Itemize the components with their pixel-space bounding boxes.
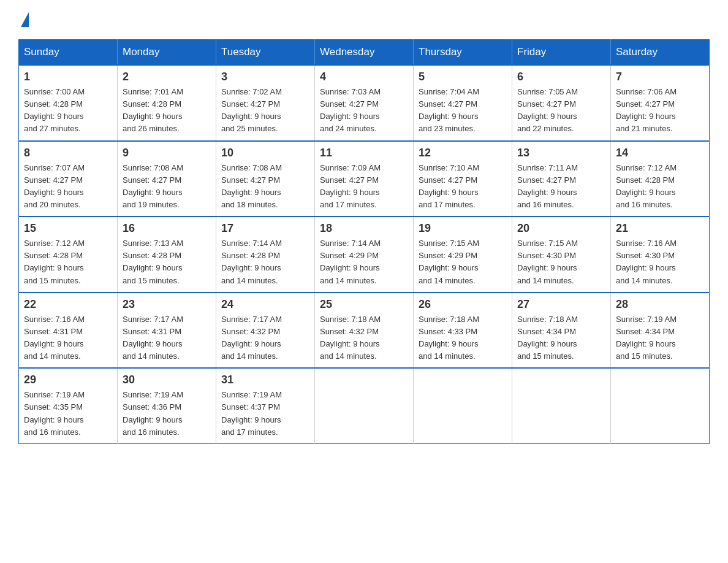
day-info: Sunrise: 7:19 AMSunset: 4:36 PMDaylight:… — [123, 389, 211, 439]
calendar-day-header: Tuesday — [216, 40, 315, 66]
day-number: 25 — [320, 298, 408, 311]
day-number: 7 — [616, 71, 704, 83]
calendar-day-cell: 16 Sunrise: 7:13 AMSunset: 4:28 PMDaylig… — [118, 216, 216, 293]
calendar-day-header: Sunday — [19, 40, 118, 66]
day-number: 20 — [517, 222, 605, 235]
calendar-day-cell: 21 Sunrise: 7:16 AMSunset: 4:30 PMDaylig… — [611, 216, 710, 293]
day-info: Sunrise: 7:06 AMSunset: 4:27 PMDaylight:… — [616, 86, 704, 136]
calendar-day-cell: 19 Sunrise: 7:15 AMSunset: 4:29 PMDaylig… — [414, 216, 512, 293]
day-number: 10 — [221, 147, 309, 159]
day-number: 3 — [221, 71, 309, 83]
calendar-day-cell: 3 Sunrise: 7:02 AMSunset: 4:27 PMDayligh… — [216, 65, 315, 141]
day-info: Sunrise: 7:17 AMSunset: 4:31 PMDaylight:… — [123, 313, 211, 363]
day-number: 18 — [320, 222, 408, 235]
day-number: 1 — [24, 71, 112, 83]
day-info: Sunrise: 7:12 AMSunset: 4:28 PMDaylight:… — [24, 237, 112, 287]
day-info: Sunrise: 7:08 AMSunset: 4:27 PMDaylight:… — [123, 162, 211, 212]
calendar-day-header: Thursday — [414, 40, 512, 66]
calendar-day-cell: 13 Sunrise: 7:11 AMSunset: 4:27 PMDaylig… — [512, 141, 611, 217]
day-number: 14 — [616, 147, 704, 159]
day-info: Sunrise: 7:18 AMSunset: 4:34 PMDaylight:… — [517, 313, 605, 363]
day-info: Sunrise: 7:18 AMSunset: 4:32 PMDaylight:… — [320, 313, 408, 363]
calendar-day-cell: 24 Sunrise: 7:17 AMSunset: 4:32 PMDaylig… — [216, 293, 315, 369]
logo — [18, 12, 29, 27]
day-info: Sunrise: 7:17 AMSunset: 4:32 PMDaylight:… — [221, 313, 309, 363]
calendar-week-row: 1 Sunrise: 7:00 AMSunset: 4:28 PMDayligh… — [19, 65, 710, 141]
day-number: 16 — [123, 222, 211, 235]
day-info: Sunrise: 7:08 AMSunset: 4:27 PMDaylight:… — [221, 162, 309, 212]
day-info: Sunrise: 7:04 AMSunset: 4:27 PMDaylight:… — [419, 86, 507, 136]
day-number: 12 — [419, 147, 507, 159]
calendar-day-cell: 18 Sunrise: 7:14 AMSunset: 4:29 PMDaylig… — [315, 216, 414, 293]
calendar-week-row: 8 Sunrise: 7:07 AMSunset: 4:27 PMDayligh… — [19, 141, 710, 217]
calendar-day-cell: 5 Sunrise: 7:04 AMSunset: 4:27 PMDayligh… — [414, 65, 512, 141]
calendar-day-header: Saturday — [611, 40, 710, 66]
calendar-day-cell: 22 Sunrise: 7:16 AMSunset: 4:31 PMDaylig… — [19, 293, 118, 369]
day-number: 21 — [616, 222, 704, 235]
day-info: Sunrise: 7:05 AMSunset: 4:27 PMDaylight:… — [517, 86, 605, 136]
day-info: Sunrise: 7:01 AMSunset: 4:28 PMDaylight:… — [123, 86, 211, 136]
calendar-day-cell: 23 Sunrise: 7:17 AMSunset: 4:31 PMDaylig… — [118, 293, 216, 369]
calendar-week-row: 22 Sunrise: 7:16 AMSunset: 4:31 PMDaylig… — [19, 293, 710, 369]
day-number: 31 — [221, 373, 309, 386]
day-number: 9 — [123, 147, 211, 159]
day-number: 13 — [517, 147, 605, 159]
calendar-table: SundayMondayTuesdayWednesdayThursdayFrid… — [18, 39, 710, 444]
day-info: Sunrise: 7:09 AMSunset: 4:27 PMDaylight:… — [320, 162, 408, 212]
day-info: Sunrise: 7:16 AMSunset: 4:30 PMDaylight:… — [616, 237, 704, 287]
calendar-day-cell: 30 Sunrise: 7:19 AMSunset: 4:36 PMDaylig… — [118, 368, 216, 443]
day-info: Sunrise: 7:12 AMSunset: 4:28 PMDaylight:… — [616, 162, 704, 212]
calendar-day-cell: 29 Sunrise: 7:19 AMSunset: 4:35 PMDaylig… — [19, 368, 118, 443]
page-header — [18, 12, 710, 27]
calendar-day-header: Monday — [118, 40, 216, 66]
day-info: Sunrise: 7:11 AMSunset: 4:27 PMDaylight:… — [517, 162, 605, 212]
day-number: 15 — [24, 222, 112, 235]
calendar-day-cell — [611, 368, 710, 443]
calendar-day-cell — [315, 368, 414, 443]
day-info: Sunrise: 7:00 AMSunset: 4:28 PMDaylight:… — [24, 86, 112, 136]
calendar-day-cell — [512, 368, 611, 443]
day-number: 29 — [24, 373, 112, 386]
calendar-day-cell: 20 Sunrise: 7:15 AMSunset: 4:30 PMDaylig… — [512, 216, 611, 293]
day-info: Sunrise: 7:19 AMSunset: 4:37 PMDaylight:… — [221, 389, 309, 439]
calendar-day-cell: 17 Sunrise: 7:14 AMSunset: 4:28 PMDaylig… — [216, 216, 315, 293]
day-number: 5 — [419, 71, 507, 83]
calendar-day-cell: 8 Sunrise: 7:07 AMSunset: 4:27 PMDayligh… — [19, 141, 118, 217]
day-info: Sunrise: 7:18 AMSunset: 4:33 PMDaylight:… — [419, 313, 507, 363]
day-number: 26 — [419, 298, 507, 311]
calendar-day-cell: 9 Sunrise: 7:08 AMSunset: 4:27 PMDayligh… — [118, 141, 216, 217]
day-info: Sunrise: 7:07 AMSunset: 4:27 PMDaylight:… — [24, 162, 112, 212]
calendar-day-cell: 6 Sunrise: 7:05 AMSunset: 4:27 PMDayligh… — [512, 65, 611, 141]
calendar-day-cell: 2 Sunrise: 7:01 AMSunset: 4:28 PMDayligh… — [118, 65, 216, 141]
day-number: 8 — [24, 147, 112, 159]
calendar-day-cell: 12 Sunrise: 7:10 AMSunset: 4:27 PMDaylig… — [414, 141, 512, 217]
day-number: 24 — [221, 298, 309, 311]
day-number: 23 — [123, 298, 211, 311]
day-number: 17 — [221, 222, 309, 235]
day-number: 2 — [123, 71, 211, 83]
calendar-day-header: Friday — [512, 40, 611, 66]
day-info: Sunrise: 7:14 AMSunset: 4:29 PMDaylight:… — [320, 237, 408, 287]
day-info: Sunrise: 7:16 AMSunset: 4:31 PMDaylight:… — [24, 313, 112, 363]
calendar-week-row: 29 Sunrise: 7:19 AMSunset: 4:35 PMDaylig… — [19, 368, 710, 443]
day-info: Sunrise: 7:15 AMSunset: 4:30 PMDaylight:… — [517, 237, 605, 287]
calendar-day-cell: 1 Sunrise: 7:00 AMSunset: 4:28 PMDayligh… — [19, 65, 118, 141]
calendar-day-cell: 10 Sunrise: 7:08 AMSunset: 4:27 PMDaylig… — [216, 141, 315, 217]
calendar-day-cell: 28 Sunrise: 7:19 AMSunset: 4:34 PMDaylig… — [611, 293, 710, 369]
calendar-body: 1 Sunrise: 7:00 AMSunset: 4:28 PMDayligh… — [19, 65, 710, 443]
day-info: Sunrise: 7:19 AMSunset: 4:34 PMDaylight:… — [616, 313, 704, 363]
calendar-day-cell: 27 Sunrise: 7:18 AMSunset: 4:34 PMDaylig… — [512, 293, 611, 369]
calendar-header-row: SundayMondayTuesdayWednesdayThursdayFrid… — [19, 40, 710, 66]
day-info: Sunrise: 7:14 AMSunset: 4:28 PMDaylight:… — [221, 237, 309, 287]
day-info: Sunrise: 7:13 AMSunset: 4:28 PMDaylight:… — [123, 237, 211, 287]
day-info: Sunrise: 7:19 AMSunset: 4:35 PMDaylight:… — [24, 389, 112, 439]
day-info: Sunrise: 7:15 AMSunset: 4:29 PMDaylight:… — [419, 237, 507, 287]
calendar-day-cell: 25 Sunrise: 7:18 AMSunset: 4:32 PMDaylig… — [315, 293, 414, 369]
logo-triangle-icon — [21, 12, 29, 27]
calendar-day-header: Wednesday — [315, 40, 414, 66]
day-number: 6 — [517, 71, 605, 83]
calendar-day-cell: 26 Sunrise: 7:18 AMSunset: 4:33 PMDaylig… — [414, 293, 512, 369]
day-number: 11 — [320, 147, 408, 159]
calendar-day-cell: 4 Sunrise: 7:03 AMSunset: 4:27 PMDayligh… — [315, 65, 414, 141]
calendar-day-cell: 14 Sunrise: 7:12 AMSunset: 4:28 PMDaylig… — [611, 141, 710, 217]
